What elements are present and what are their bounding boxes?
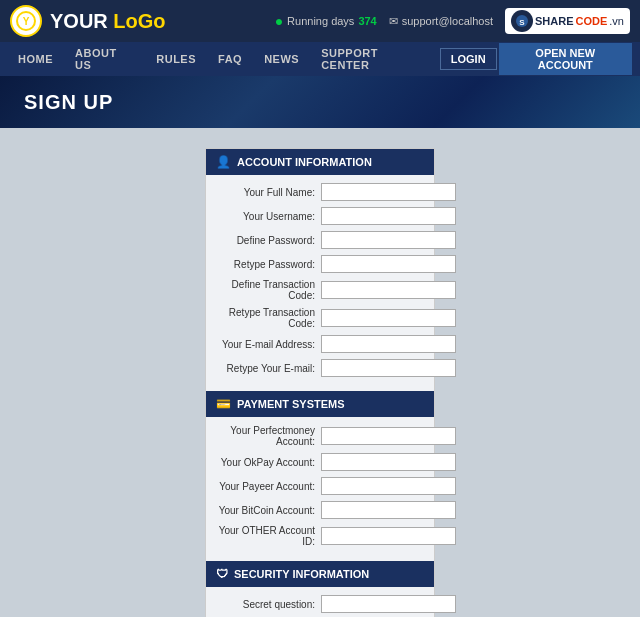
retype-password-label: Retype Password: <box>216 259 321 270</box>
perfectmoney-label: Your Perfectmoney Account: <box>216 425 321 447</box>
retype-email-label: Retype Your E-mail: <box>216 363 321 374</box>
bitcoin-label: Your BitCoin Account: <box>216 505 321 516</box>
email-input[interactable] <box>321 335 456 353</box>
account-form-body: Your Full Name: Your Username: Define Pa… <box>206 175 434 391</box>
payeer-input[interactable] <box>321 477 456 495</box>
sharecode-icon: S <box>511 10 533 32</box>
sharecode-badge: S SHARECODE.vn <box>505 8 630 34</box>
full-name-input[interactable] <box>321 183 456 201</box>
perfectmoney-input[interactable] <box>321 427 456 445</box>
transaction-code-input[interactable] <box>321 281 456 299</box>
signup-form-card: 👤 ACCOUNT INFORMATION Your Full Name: Yo… <box>205 148 435 617</box>
running-days: 374 <box>358 15 376 27</box>
nav-news[interactable]: NEWS <box>254 42 309 76</box>
okpay-row: Your OkPay Account: <box>216 453 424 471</box>
running-info: ● Running days 374 ✉ support@localhost <box>275 13 493 29</box>
bitcoin-input[interactable] <box>321 501 456 519</box>
other-row: Your OTHER Account ID: <box>216 525 424 547</box>
support-email: support@localhost <box>402 15 493 27</box>
nav-faq[interactable]: FAQ <box>208 42 252 76</box>
secret-question-input[interactable] <box>321 595 456 613</box>
username-row: Your Username: <box>216 207 424 225</box>
logo-icon: Y <box>10 5 42 37</box>
password-row: Define Password: <box>216 231 424 249</box>
nav-rules[interactable]: RULES <box>146 42 206 76</box>
security-form-body: Secret question: Secret answer: <box>206 587 434 617</box>
top-bar: Y YOUR LoGo ● Running days 374 ✉ support… <box>0 0 640 42</box>
top-right: ● Running days 374 ✉ support@localhost S… <box>275 8 630 34</box>
okpay-label: Your OkPay Account: <box>216 457 321 468</box>
page-title: SIGN UP <box>24 91 113 114</box>
other-label: Your OTHER Account ID: <box>216 525 321 547</box>
nav-support[interactable]: SUPPORT CENTER <box>311 42 436 76</box>
full-name-row: Your Full Name: <box>216 183 424 201</box>
logo-area: Y YOUR LoGo <box>10 5 166 37</box>
payment-form-body: Your Perfectmoney Account: Your OkPay Ac… <box>206 417 434 561</box>
main-nav: HOME ABOUT US RULES FAQ NEWS SUPPORT CEN… <box>0 42 640 76</box>
sharecode-code: CODE <box>576 15 608 27</box>
email-label: Your E-mail Address: <box>216 339 321 350</box>
email-row: Your E-mail Address: <box>216 335 424 353</box>
retype-email-input[interactable] <box>321 359 456 377</box>
retype-transaction-row: Retype Transaction Code: <box>216 307 424 329</box>
transaction-code-row: Define Transaction Code: <box>216 279 424 301</box>
sharecode-vn: .vn <box>609 15 624 27</box>
running-label: Running days <box>287 15 354 27</box>
retype-password-input[interactable] <box>321 255 456 273</box>
login-button[interactable]: LOGIN <box>440 48 497 70</box>
account-icon: 👤 <box>216 155 231 169</box>
account-section-label: ACCOUNT INFORMATION <box>237 156 372 168</box>
nav-home[interactable]: HOME <box>8 42 63 76</box>
shield-icon: 🛡 <box>216 567 228 581</box>
password-label: Define Password: <box>216 235 321 246</box>
sharecode-share: SHARE <box>535 15 574 27</box>
password-input[interactable] <box>321 231 456 249</box>
logo-text: YOUR LoGo <box>50 10 166 33</box>
register-nav-button[interactable]: OPEN NEW ACCOUNT <box>499 43 632 75</box>
retype-transaction-input[interactable] <box>321 309 456 327</box>
signup-banner: SIGN UP <box>0 76 640 128</box>
secret-question-row: Secret question: <box>216 595 424 613</box>
username-label: Your Username: <box>216 211 321 222</box>
secret-question-label: Secret question: <box>216 599 321 610</box>
svg-text:Y: Y <box>23 16 30 27</box>
payeer-row: Your Payeer Account: <box>216 477 424 495</box>
retype-transaction-label: Retype Transaction Code: <box>216 307 321 329</box>
account-section-header: 👤 ACCOUNT INFORMATION <box>206 149 434 175</box>
payment-section-header: 💳 PAYMENT SYSTEMS <box>206 391 434 417</box>
status-dot: ● <box>275 13 283 29</box>
okpay-input[interactable] <box>321 453 456 471</box>
payeer-label: Your Payeer Account: <box>216 481 321 492</box>
security-section-header: 🛡 SECURITY INFORMATION <box>206 561 434 587</box>
payment-icon: 💳 <box>216 397 231 411</box>
bitcoin-row: Your BitCoin Account: <box>216 501 424 519</box>
security-section-label: SECURITY INFORMATION <box>234 568 369 580</box>
retype-email-row: Retype Your E-mail: <box>216 359 424 377</box>
nav-about[interactable]: ABOUT US <box>65 42 144 76</box>
payment-section-label: PAYMENT SYSTEMS <box>237 398 345 410</box>
transaction-code-label: Define Transaction Code: <box>216 279 321 301</box>
main-content: 👤 ACCOUNT INFORMATION Your Full Name: Yo… <box>0 128 640 617</box>
envelope-icon: ✉ <box>389 15 398 28</box>
other-input[interactable] <box>321 527 456 545</box>
svg-text:S: S <box>519 18 525 27</box>
retype-password-row: Retype Password: <box>216 255 424 273</box>
username-input[interactable] <box>321 207 456 225</box>
perfectmoney-row: Your Perfectmoney Account: <box>216 425 424 447</box>
full-name-label: Your Full Name: <box>216 187 321 198</box>
